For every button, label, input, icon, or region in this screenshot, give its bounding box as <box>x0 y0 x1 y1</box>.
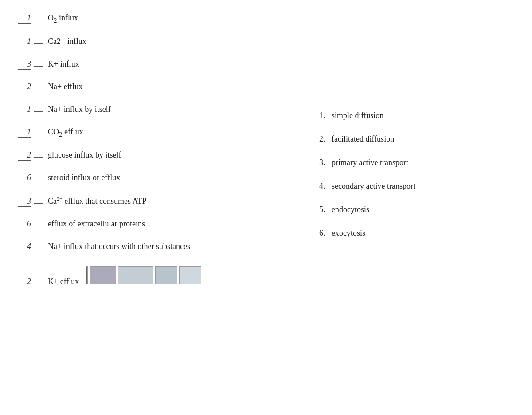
image-area <box>86 266 201 284</box>
underline <box>34 226 43 226</box>
img-bar <box>179 266 201 284</box>
underline <box>34 180 43 180</box>
def-number: 4. <box>319 182 332 191</box>
item-text: CO2 efflux <box>48 127 83 138</box>
list-item: 1 CO2 efflux <box>18 127 301 138</box>
item-text: Ca2+ influx <box>48 37 86 46</box>
answer-number: 1 <box>18 13 31 24</box>
definition-item: 4. secondary active transport <box>319 182 532 191</box>
definition-item: 2. facilitated diffusion <box>319 134 532 144</box>
def-text: simple diffusion <box>332 111 383 120</box>
item-text: steroid influx or efflux <box>48 173 120 182</box>
underline <box>34 203 43 204</box>
underline <box>34 157 43 158</box>
def-number: 3. <box>319 158 332 167</box>
underline <box>34 20 43 20</box>
item-text: efflux of extracellular proteins <box>48 219 145 229</box>
item-text: K+ efflux <box>48 277 79 286</box>
answer-number: 2 <box>18 277 31 287</box>
underline <box>34 43 43 44</box>
def-text: exocytosis <box>332 229 365 238</box>
item-text: Na+ influx by itself <box>48 105 111 114</box>
list-item: 2 glucose influx by itself <box>18 150 301 161</box>
list-item: 4 Na+ influx that occurs with other subs… <box>18 242 301 252</box>
answer-number: 1 <box>18 37 31 47</box>
left-column: 1 O2 influx 1 Ca2+ influx 3 K+ influx 2 … <box>18 13 319 402</box>
item-text: Na+ efflux <box>48 82 82 91</box>
list-item: 1 Na+ influx by itself <box>18 105 301 115</box>
item-text: Ca2+ efflux that consumes ATP <box>48 196 146 206</box>
list-item: 1 Ca2+ influx <box>18 37 301 47</box>
list-item: 3 Ca2+ efflux that consumes ATP <box>18 196 301 207</box>
list-item: 2 K+ efflux <box>18 265 301 287</box>
page-container: 1 O2 influx 1 Ca2+ influx 3 K+ influx 2 … <box>0 0 532 415</box>
definition-item: 5. endocytosis <box>319 205 532 214</box>
item-text: Na+ influx that occurs with other substa… <box>48 242 190 251</box>
underline <box>34 66 43 67</box>
answer-number: 6 <box>18 173 31 183</box>
def-number: 5. <box>319 205 332 214</box>
underline <box>34 134 43 134</box>
answer-number: 2 <box>18 150 31 161</box>
list-item: 1 O2 influx <box>18 13 301 24</box>
def-number: 6. <box>319 229 332 238</box>
underline <box>34 284 43 284</box>
img-bar <box>155 266 177 284</box>
answer-number: 3 <box>18 197 31 207</box>
def-number: 1. <box>319 111 332 120</box>
list-item: 6 efflux of extracellular proteins <box>18 219 301 229</box>
item-text: O2 influx <box>48 13 78 24</box>
list-item: 6 steroid influx or efflux <box>18 173 301 183</box>
answer-number: 3 <box>18 59 31 70</box>
answer-number: 6 <box>18 219 31 229</box>
definition-item: 3. primary active transport <box>319 158 532 167</box>
definition-item: 6. exocytosis <box>319 229 532 238</box>
definition-item: 1. simple diffusion <box>319 111 532 120</box>
item-text: glucose influx by itself <box>48 150 121 160</box>
img-bar <box>86 266 88 284</box>
def-text: facilitated diffusion <box>332 134 394 144</box>
right-column: 1. simple diffusion 2. facilitated diffu… <box>319 13 532 402</box>
def-text: primary active transport <box>332 158 408 167</box>
underline <box>34 249 43 249</box>
item-text: K+ influx <box>48 59 79 69</box>
answer-number: 1 <box>18 105 31 115</box>
answer-number: 4 <box>18 242 31 252</box>
underline <box>34 89 43 89</box>
img-bar <box>118 266 153 284</box>
answer-number: 1 <box>18 127 31 138</box>
img-bar <box>90 266 116 284</box>
def-number: 2. <box>319 134 332 144</box>
def-text: endocytosis <box>332 205 369 214</box>
list-item: 3 K+ influx <box>18 59 301 70</box>
answer-number: 2 <box>18 82 31 92</box>
list-item: 2 Na+ efflux <box>18 82 301 92</box>
def-text: secondary active transport <box>332 182 415 191</box>
underline <box>34 111 43 112</box>
